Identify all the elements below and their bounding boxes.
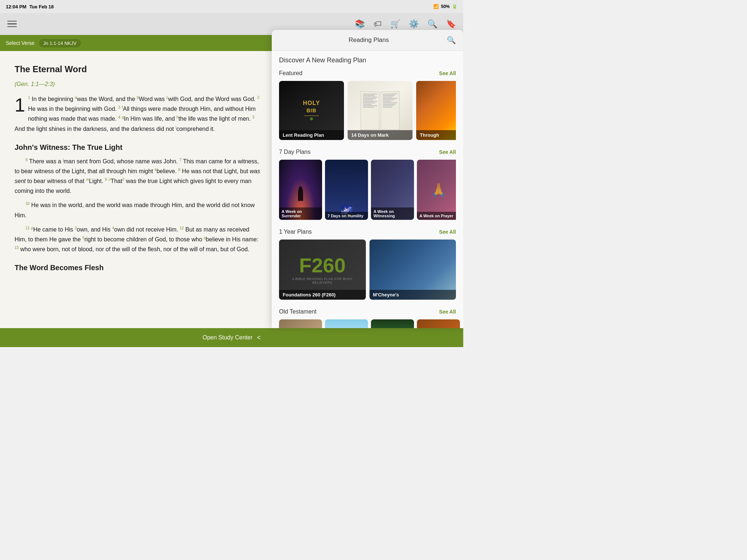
bookshelf-icon[interactable]: 📚 <box>355 19 365 29</box>
status-right: 📶 50% 🔋 <box>433 4 457 9</box>
panel-header: Reading Plans 🔍 <box>272 30 463 51</box>
through-card-label: Through <box>416 130 456 140</box>
old-testament-section-header: Old Testament See All <box>279 308 456 315</box>
ot-card-3[interactable] <box>371 319 414 328</box>
panel-search-icon[interactable]: 🔍 <box>447 36 456 44</box>
cross-reference[interactable]: (Gen. 1:1—2:3) <box>15 79 261 89</box>
seven-day-see-all[interactable]: See All <box>439 149 456 155</box>
bible-content: The Eternal Word (Gen. 1:1—2:3) 1 1 In t… <box>0 51 275 328</box>
section-title-2: John's Witness: The True Light <box>15 141 261 153</box>
humility-card-label: 7 Days on Humility <box>325 212 368 220</box>
featured-label: Featured <box>279 70 302 77</box>
seven-day-section-header: 7 Day Plans See All <box>279 149 456 155</box>
year-plans-row: F260 A BIBLE READING PLAN FOR BUSY BELIE… <box>279 240 456 300</box>
verse-reference[interactable]: Jn 1:1-14 NKJV <box>39 39 81 47</box>
reading-plans-panel: Reading Plans 🔍 Discover A New Reading P… <box>272 30 463 328</box>
status-left: 12:04 PM Tue Feb 18 <box>6 4 54 9</box>
one-year-see-all[interactable]: See All <box>439 229 456 235</box>
plan-card-humility[interactable]: 🌌 7 Days on Humility <box>325 160 368 220</box>
year-plan-card-f260[interactable]: F260 A BIBLE READING PLAN FOR BUSY BELIE… <box>279 240 366 300</box>
featured-section-header: Featured See All <box>279 70 456 77</box>
chapter-title: The Eternal Word <box>15 62 261 77</box>
bottom-bar[interactable]: Open Study Center < <box>0 328 463 347</box>
prayer-card-label: A Week on Prayer <box>417 212 456 220</box>
14days-card-label: 14 Days on Mark <box>348 130 413 140</box>
section-title-3: The Word Becomes Flesh <box>15 261 261 274</box>
chevron-left-icon: < <box>257 334 261 342</box>
hamburger-menu[interactable] <box>7 21 17 27</box>
date: Tue Feb 18 <box>29 4 54 9</box>
year-plan-card-mccheyne[interactable]: M'Cheyne's <box>369 240 456 300</box>
f260-card-label: Foundations 260 (F260) <box>279 290 366 300</box>
featured-card-through[interactable]: Through <box>416 81 456 140</box>
featured-card-lent[interactable]: HOLY BIB Lent Reading Plan <box>279 81 344 140</box>
plan-card-prayer[interactable]: 🙏 A Week on Prayer <box>417 160 456 220</box>
verse-10-block: 10 He was in the world, and the world wa… <box>15 200 261 220</box>
discover-title: Discover A New Reading Plan <box>279 57 456 64</box>
select-verse-button[interactable]: Select Verse <box>6 40 35 46</box>
panel-body: Discover A New Reading Plan Featured See… <box>272 51 463 328</box>
plan-card-witnessing[interactable]: A Week on Witnessing <box>371 160 414 220</box>
wifi-icon: 📶 <box>433 4 439 9</box>
ot-card-2[interactable] <box>325 319 368 328</box>
lent-card-label: Lent Reading Plan <box>279 130 344 140</box>
ot-row <box>279 319 456 328</box>
witnessing-card-label: A Week on Witnessing <box>371 207 414 220</box>
seven-day-row: A Week on Surrender 🌌 7 Days on Humility… <box>279 160 456 220</box>
chapter-block: 1 1 In the beginning awas the Word, and … <box>15 94 261 134</box>
verse-11-block: 11 pHe came to His 3own, and His 4own di… <box>15 225 261 254</box>
surrender-card-label: A Week on Surrender <box>279 207 322 220</box>
featured-row: HOLY BIB Lent Reading Plan <box>279 81 456 140</box>
plan-card-surrender[interactable]: A Week on Surrender <box>279 160 322 220</box>
time: 12:04 PM <box>6 4 26 9</box>
open-study-center-label: Open Study Center <box>202 334 252 341</box>
status-bar: 12:04 PM Tue Feb 18 📶 50% 🔋 <box>0 0 463 13</box>
battery-icon: 🔋 <box>452 4 457 9</box>
bookmark-flag-icon[interactable]: 🏷 <box>374 19 382 29</box>
toolbar-left <box>7 21 17 27</box>
verse-1: 1 In the beginning awas the Word, and th… <box>15 96 259 132</box>
ot-card-1[interactable] <box>279 319 322 328</box>
cart-icon[interactable]: 🛒 <box>390 19 400 29</box>
search-icon[interactable]: 🔍 <box>427 19 437 29</box>
panel-title: Reading Plans <box>291 36 447 44</box>
bookmark-icon[interactable]: 🔖 <box>446 19 456 29</box>
old-testament-label: Old Testament <box>279 308 317 315</box>
ot-card-4[interactable] <box>417 319 460 328</box>
featured-card-14days[interactable]: 14 Days on Mark <box>348 81 413 140</box>
battery: 50% <box>441 4 450 9</box>
seven-day-label: 7 Day Plans <box>279 149 310 155</box>
verse-6-block: 6 There was a jman sent from God, whose … <box>15 156 261 196</box>
featured-see-all[interactable]: See All <box>439 70 456 76</box>
chapter-number: 1 <box>15 96 25 114</box>
mccheyne-card-label: M'Cheyne's <box>369 290 456 300</box>
old-testament-see-all[interactable]: See All <box>439 309 456 315</box>
one-year-section-header: 1 Year Plans See All <box>279 229 456 235</box>
toolbar-right: 📚 🏷 🛒 ⚙️ 🔍 🔖 <box>355 19 456 29</box>
settings-icon[interactable]: ⚙️ <box>409 19 419 29</box>
one-year-label: 1 Year Plans <box>279 229 312 235</box>
